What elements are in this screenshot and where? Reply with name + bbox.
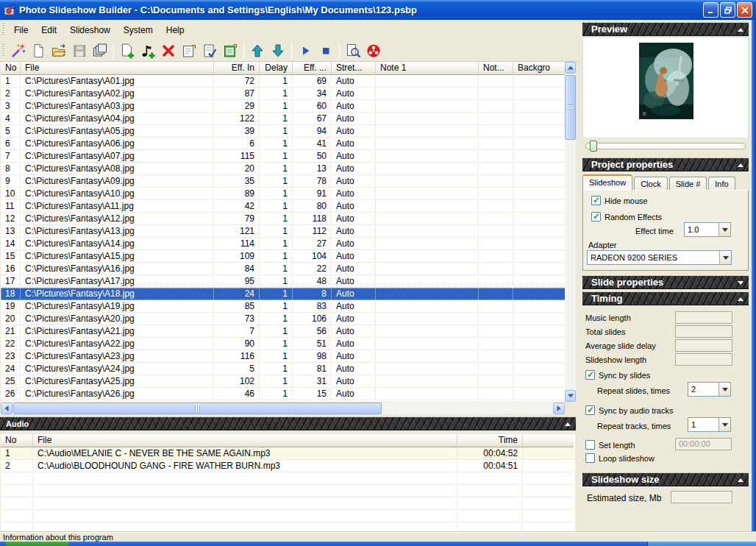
preview-slider-track[interactable] [585, 143, 746, 149]
timing-section-header[interactable]: Timing [582, 291, 749, 305]
expand-arrow-icon[interactable] [738, 281, 743, 285]
save-project-icon[interactable] [70, 42, 89, 60]
slide-row[interactable]: 20C:\Pictures\Fantasy\A20.jpg731106Auto [1, 313, 576, 325]
preview-icon[interactable] [343, 42, 363, 60]
slide-row[interactable]: 17C:\Pictures\Fantasy\A17.jpg95148Auto [1, 275, 576, 288]
menu-item-system[interactable]: System [117, 23, 160, 38]
hide-mouse-checkbox[interactable] [591, 196, 601, 205]
slide-row[interactable]: 26C:\Pictures\Fantasy\A26.jpg46115Auto [1, 388, 576, 400]
slide-row[interactable]: 11C:\Pictures\Fantasy\A11.jpg42180Auto [1, 200, 576, 213]
save-all-icon[interactable] [90, 42, 110, 60]
repeat-slides-combobox[interactable]: 2 [688, 382, 731, 397]
collapse-arrow-icon[interactable] [738, 297, 743, 301]
chevron-down-icon[interactable] [718, 223, 730, 236]
effect-time-combobox[interactable]: 1.0 [684, 222, 731, 237]
repeat-tracks-combobox[interactable]: 1 [688, 417, 731, 432]
play-icon[interactable] [296, 42, 315, 60]
horizontal-scroll-thumb[interactable] [13, 403, 382, 414]
slide-row[interactable]: 16C:\Pictures\Fantasy\A16.jpg84122Auto [1, 263, 576, 275]
tab-slideshow[interactable]: Slideshow [582, 174, 632, 191]
loop-slideshow-checkbox[interactable] [585, 453, 595, 463]
col-header-note2[interactable]: Not... [479, 62, 513, 75]
audio-col-time[interactable]: Time [457, 434, 523, 447]
project-properties-header[interactable]: Project properties [582, 157, 749, 171]
preview-section-header[interactable]: Preview [582, 22, 749, 36]
slide-row[interactable]: 5C:\Pictures\Fantasy\A05.jpg39194Auto [1, 125, 576, 138]
chevron-down-icon[interactable] [719, 251, 731, 264]
slide-row[interactable]: 22C:\Pictures\Fantasy\A22.jpg90151Auto [1, 338, 576, 350]
col-header-file[interactable]: File [21, 62, 214, 75]
magic-wand-icon[interactable] [8, 42, 27, 60]
add-slide-icon[interactable] [118, 42, 137, 60]
tab-slide-[interactable]: Slide # [669, 177, 707, 191]
edit-properties-icon[interactable] [179, 42, 199, 60]
slide-row[interactable]: 12C:\Pictures\Fantasy\A12.jpg791118Auto [1, 213, 576, 225]
slides-horizontal-scrollbar[interactable] [1, 403, 565, 414]
collapse-arrow-icon[interactable] [738, 478, 743, 482]
restore-button[interactable] [720, 2, 735, 18]
slide-row[interactable]: 8C:\Pictures\Fantasy\A08.jpg20113Auto [1, 163, 576, 175]
collapse-arrow-icon[interactable] [738, 163, 743, 167]
new-project-icon[interactable] [29, 42, 48, 60]
slide-row[interactable]: 9C:\Pictures\Fantasy\A09.jpg35178Auto [1, 175, 576, 188]
wheel-icon[interactable] [364, 42, 383, 60]
open-project-icon[interactable] [49, 42, 68, 60]
minimize-button[interactable] [703, 2, 718, 18]
tab-clock[interactable]: Clock [634, 177, 668, 191]
menu-item-file[interactable]: File [7, 23, 35, 38]
col-header-stretch[interactable]: Stret... [332, 62, 376, 75]
chevron-down-icon[interactable] [718, 383, 730, 396]
slide-row[interactable]: 18C:\Pictures\Fantasy\A18.jpg2418Auto [1, 288, 576, 300]
tab-info[interactable]: Info [708, 177, 735, 191]
slide-row[interactable]: 4C:\Pictures\Fantasy\A04.jpg122167Auto [1, 113, 576, 125]
collapse-arrow-icon[interactable] [565, 422, 571, 426]
add-audio-icon[interactable] [138, 42, 157, 60]
audio-section-header[interactable]: Audio [0, 416, 576, 430]
slides-vertical-scrollbar[interactable] [565, 62, 576, 402]
random-effects-checkbox[interactable] [591, 212, 601, 221]
slide-row[interactable]: 19C:\Pictures\Fantasy\A19.jpg85183Auto [1, 300, 576, 313]
slide-row[interactable]: 24C:\Pictures\Fantasy\A24.jpg5181Auto [1, 363, 576, 375]
audio-col-no[interactable]: No [1, 434, 33, 447]
scroll-down-button[interactable] [565, 390, 576, 402]
stop-icon[interactable] [316, 42, 335, 60]
slide-row[interactable]: 14C:\Pictures\Fantasy\A14.jpg114127Auto [1, 238, 576, 250]
col-header-eff-in[interactable]: Eff. In [214, 62, 260, 75]
slide-row[interactable]: 1C:\Pictures\Fantasy\A01.jpg72169Auto [1, 75, 576, 88]
move-down-icon[interactable] [268, 42, 288, 60]
col-header-eff[interactable]: Eff. ... [293, 62, 332, 75]
slide-row[interactable]: 10C:\Pictures\Fantasy\A10.jpg89191Auto [1, 188, 576, 200]
menubar-grip-handle[interactable] [2, 24, 4, 37]
audio-row[interactable]: 1C:\Audio\MELANIE C - NEVER BE THE SAME … [1, 447, 575, 460]
slide-row[interactable]: 15C:\Pictures\Fantasy\A15.jpg1091104Auto [1, 250, 576, 263]
col-header-no[interactable]: No [1, 62, 21, 75]
col-header-delay[interactable]: Delay [260, 62, 293, 75]
sync-by-audio-checkbox[interactable] [585, 405, 595, 415]
set-length-checkbox[interactable] [585, 440, 595, 450]
menu-item-slideshow[interactable]: Slideshow [63, 23, 117, 38]
delete-icon[interactable] [159, 42, 178, 60]
sync-by-slides-checkbox[interactable] [585, 370, 595, 380]
slide-row[interactable]: 7C:\Pictures\Fantasy\A07.jpg115150Auto [1, 150, 576, 163]
audio-row[interactable]: 2C:\Audio\BLOODHOUND GANG - FIRE WATHER … [1, 460, 575, 472]
toolbar-grip-handle[interactable] [2, 44, 4, 57]
col-header-background[interactable]: Backgro [513, 62, 565, 75]
start-button-fragment[interactable] [6, 542, 69, 546]
move-up-icon[interactable] [248, 42, 267, 60]
adapter-combobox[interactable]: RADEON 9200 SERIES [587, 250, 732, 265]
slideshow-size-header[interactable]: Slideshow size [582, 472, 749, 486]
vertical-scroll-thumb[interactable] [565, 75, 576, 140]
menu-item-edit[interactable]: Edit [35, 23, 63, 38]
slide-row[interactable]: 23C:\Pictures\Fantasy\A23.jpg116198Auto [1, 350, 576, 363]
slide-row[interactable]: 13C:\Pictures\Fantasy\A13.jpg1211112Auto [1, 225, 576, 238]
scroll-up-button[interactable] [565, 62, 576, 74]
collapse-arrow-icon[interactable] [738, 28, 743, 32]
slide-row[interactable]: 25C:\Pictures\Fantasy\A25.jpg102131Auto [1, 375, 576, 388]
audio-col-file[interactable]: File [33, 434, 457, 447]
chevron-down-icon[interactable] [718, 418, 730, 431]
close-button[interactable] [737, 2, 752, 18]
col-header-note1[interactable]: Note 1 [376, 62, 479, 75]
menu-item-help[interactable]: Help [160, 23, 191, 38]
scroll-left-button[interactable] [1, 403, 13, 414]
slide-properties-header[interactable]: Slide properties [582, 275, 749, 289]
